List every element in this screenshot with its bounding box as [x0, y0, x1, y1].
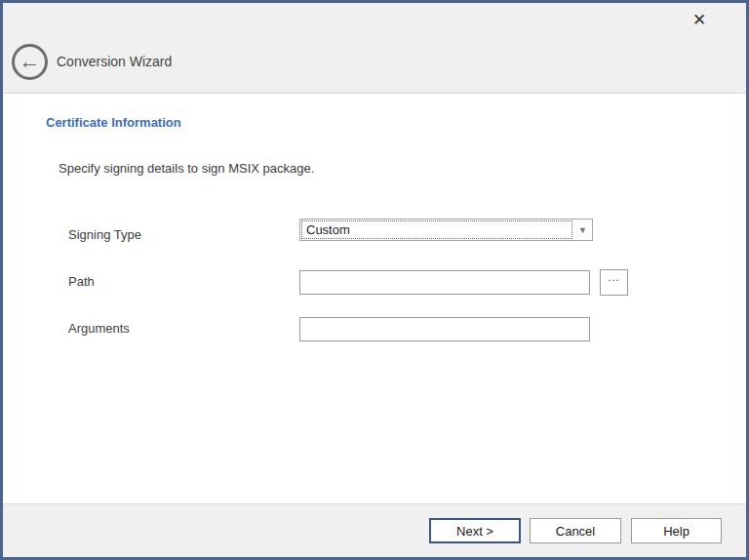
browse-button[interactable]: ... — [600, 269, 628, 296]
path-input[interactable] — [299, 270, 590, 295]
signing-type-label: Signing Type — [68, 227, 141, 242]
chevron-down-icon[interactable]: ▼ — [573, 220, 592, 240]
path-label: Path — [68, 274, 95, 289]
signing-type-combobox[interactable]: Custom ▼ — [299, 219, 593, 241]
wizard-content: Certificate Information Specify signing … — [3, 95, 746, 503]
back-arrow-icon: ← — [20, 51, 41, 72]
arguments-label: Arguments — [68, 321, 130, 336]
wizard-footer: Next > Cancel Help — [3, 503, 746, 557]
help-button[interactable]: Help — [631, 518, 722, 543]
cancel-button[interactable]: Cancel — [530, 518, 621, 543]
next-button[interactable]: Next > — [429, 518, 521, 543]
conversion-wizard-window: ✕ ← Conversion Wizard Certificate Inform… — [0, 0, 749, 560]
page-description: Specify signing details to sign MSIX pac… — [59, 161, 314, 176]
close-icon[interactable]: ✕ — [686, 7, 713, 32]
signing-type-selected-value: Custom — [301, 220, 572, 239]
arguments-input[interactable] — [299, 317, 590, 341]
page-heading: Certificate Information — [46, 115, 181, 130]
wizard-title: Conversion Wizard — [57, 54, 172, 69]
back-button[interactable]: ← — [12, 44, 48, 80]
wizard-header: ✕ ← Conversion Wizard — [3, 3, 746, 94]
